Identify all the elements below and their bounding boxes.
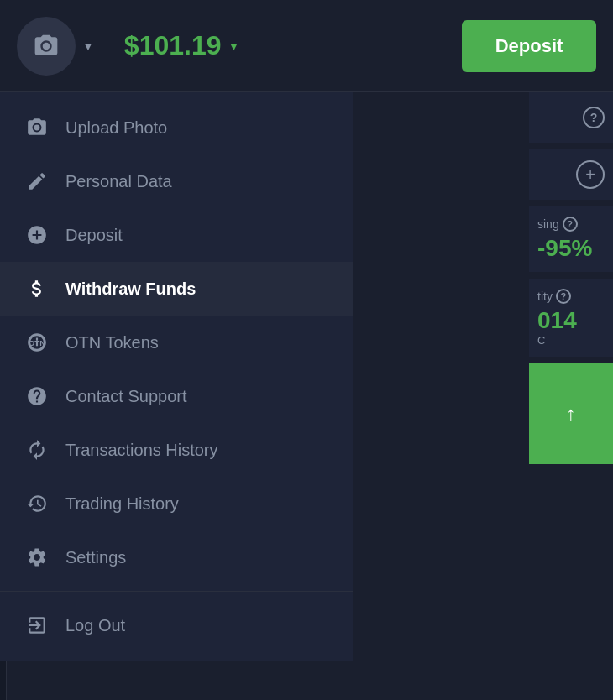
withdraw-funds-label: Withdraw Funds: [65, 279, 196, 299]
history-menu-icon: [25, 492, 49, 515]
deposit-menu-label: Deposit: [65, 226, 123, 245]
camera-menu-icon: [25, 116, 49, 139]
trading-history-label: Trading History: [65, 494, 179, 514]
camera-icon: [33, 33, 60, 60]
otn-tokens-label: OTN Tokens: [65, 333, 159, 353]
dropdown-menu: Upload Photo Personal Data Deposit: [0, 92, 353, 661]
menu-item-contact-support[interactable]: Contact Support: [0, 369, 353, 423]
help-circle-menu-icon: [25, 384, 49, 408]
plus-circle-menu-icon: [25, 223, 49, 247]
refresh-menu-icon: [25, 438, 49, 462]
avatar-chevron-icon: ▼: [82, 39, 94, 53]
menu-item-trading-history[interactable]: Trading History: [0, 477, 353, 530]
upload-photo-label: Upload Photo: [65, 118, 167, 138]
menu-item-transactions-history[interactable]: Transactions History: [0, 423, 353, 477]
closing-value: -95%: [537, 235, 605, 262]
deposit-button[interactable]: Deposit: [462, 20, 596, 72]
menu-item-deposit[interactable]: Deposit: [0, 208, 353, 262]
quantity-sub: C: [537, 334, 605, 347]
balance-chevron-icon[interactable]: ▼: [228, 39, 240, 53]
avatar-button[interactable]: [17, 17, 76, 76]
header: ▼ $101.19 ▼ Deposit: [0, 0, 613, 92]
logout-menu-icon: [25, 614, 49, 637]
right-panel-help: ?: [529, 92, 613, 143]
menu-item-otn-tokens[interactable]: OTN OTN Tokens: [0, 316, 353, 369]
main-content: Upload Photo Personal Data Deposit: [0, 92, 613, 700]
svg-text:OTN: OTN: [29, 338, 46, 347]
add-button[interactable]: +: [576, 160, 605, 189]
quantity-label: tity ?: [537, 289, 605, 304]
settings-label: Settings: [65, 548, 126, 567]
menu-divider: [0, 591, 353, 592]
right-panel-quantity: tity ? 014 C: [529, 279, 613, 357]
right-panel-add: +: [529, 149, 613, 200]
dollar-menu-icon: [25, 277, 49, 300]
menu-item-withdraw-funds[interactable]: Withdraw Funds: [0, 262, 353, 316]
otn-menu-icon: OTN: [25, 331, 49, 354]
right-panel-green[interactable]: ↑: [529, 363, 613, 464]
menu-item-logout[interactable]: Log Out: [0, 598, 353, 652]
contact-support-label: Contact Support: [65, 387, 187, 406]
personal-data-label: Personal Data: [65, 172, 172, 191]
menu-item-settings[interactable]: Settings: [0, 530, 353, 584]
right-panel-closing: sing ? -95%: [529, 206, 613, 272]
closing-label: sing ?: [537, 217, 605, 232]
arrow-up-icon: ↑: [566, 402, 576, 426]
right-content-panel: ? + sing ? -95% tity ? 014 C ↑: [529, 92, 613, 700]
quantity-value: 014: [537, 307, 605, 334]
closing-help-icon[interactable]: ?: [563, 217, 578, 232]
menu-item-upload-photo[interactable]: Upload Photo: [0, 101, 353, 154]
avatar-container[interactable]: ▼: [17, 17, 94, 76]
balance-amount[interactable]: $101.19: [124, 30, 222, 61]
menu-item-personal-data[interactable]: Personal Data: [0, 154, 353, 208]
logout-label: Log Out: [65, 616, 125, 635]
gear-menu-icon: [25, 546, 49, 569]
quantity-help-icon[interactable]: ?: [556, 289, 571, 304]
edit-menu-icon: [25, 170, 49, 193]
balance-section: $101.19 ▼: [124, 30, 240, 61]
transactions-history-label: Transactions History: [65, 441, 218, 460]
help-icon[interactable]: ?: [583, 107, 605, 128]
